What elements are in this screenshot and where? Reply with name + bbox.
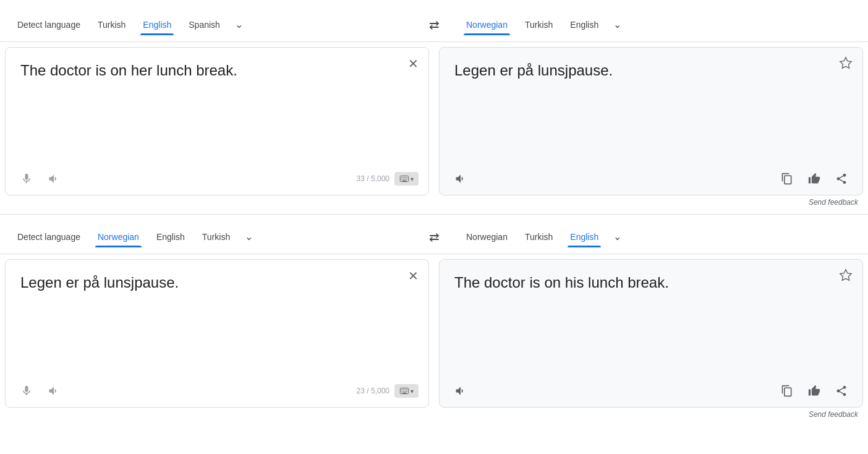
source-lang-bar-2: Detect language Norwegian English Turkis… bbox=[0, 220, 419, 254]
target-lang-more-btn-1[interactable]: ⌄ bbox=[608, 14, 626, 35]
output-volume-btn-2[interactable] bbox=[449, 380, 472, 402]
svg-rect-7 bbox=[405, 179, 406, 179]
close-icon-2: ✕ bbox=[408, 269, 419, 283]
detect-language-btn-2[interactable]: Detect language bbox=[10, 227, 88, 247]
star-btn-2[interactable] bbox=[839, 268, 853, 285]
thumbsup-btn-2[interactable] bbox=[803, 380, 825, 402]
turkish-source-btn-2[interactable]: Turkish bbox=[195, 227, 237, 247]
char-count-2: 23 / 5,000 bbox=[357, 387, 389, 395]
source-lang-more-btn-1[interactable]: ⌄ bbox=[230, 14, 248, 35]
chevron-down-icon-right-2: ⌄ bbox=[613, 231, 621, 242]
input-text-2: Legen er på lunsjpause. bbox=[20, 272, 414, 365]
turkish-target-btn-1[interactable]: Turkish bbox=[517, 15, 560, 35]
svg-rect-16 bbox=[401, 391, 402, 392]
keyboard-icon-1 bbox=[399, 174, 409, 183]
svg-rect-5 bbox=[401, 179, 402, 179]
svg-rect-9 bbox=[402, 181, 407, 181]
mic-btn-2[interactable] bbox=[15, 380, 38, 402]
volume-btn-1[interactable] bbox=[43, 168, 65, 190]
english-target-btn-1[interactable]: English bbox=[563, 15, 606, 35]
svg-rect-1 bbox=[401, 177, 402, 178]
share-icon-2 bbox=[835, 385, 848, 397]
chevron-down-icon-source-2: ⌄ bbox=[245, 231, 253, 242]
svg-rect-19 bbox=[406, 391, 407, 392]
svg-rect-4 bbox=[406, 177, 407, 178]
svg-rect-6 bbox=[403, 179, 404, 179]
target-lang-bar-1: Norwegian Turkish English ⌄ bbox=[449, 7, 868, 42]
norwegian-target-btn-1[interactable]: Norwegian bbox=[459, 15, 515, 35]
feedback-btn-1[interactable]: Send feedback bbox=[809, 198, 858, 207]
clear-btn-2[interactable]: ✕ bbox=[408, 268, 419, 283]
output-bottom-bar-1 bbox=[440, 163, 862, 195]
clear-btn-1[interactable]: ✕ bbox=[408, 56, 419, 71]
svg-rect-3 bbox=[405, 177, 406, 178]
keyboard-btn-2[interactable]: ▾ bbox=[394, 384, 419, 398]
target-lang-more-btn-2[interactable]: ⌄ bbox=[608, 226, 626, 247]
english-source-btn-2[interactable]: English bbox=[149, 227, 192, 247]
input-text-1: The doctor is on her lunch break. bbox=[20, 60, 414, 153]
svg-marker-21 bbox=[840, 270, 851, 280]
share-btn-2[interactable] bbox=[830, 380, 853, 402]
output-volume-btn-1[interactable] bbox=[449, 168, 472, 190]
swap-btn-1[interactable]: ⇄ bbox=[419, 7, 449, 42]
feedback-row-1: Send feedback bbox=[0, 195, 868, 209]
spanish-btn-1[interactable]: Spanish bbox=[181, 15, 228, 35]
volume-icon-1 bbox=[48, 173, 60, 185]
input-bottom-bar-2: 23 / 5,000 ▾ bbox=[6, 375, 428, 407]
thumbsup-icon-1 bbox=[808, 173, 820, 185]
volume-icon-2 bbox=[48, 385, 60, 397]
output-panel-1: Legen er på lunsjpause. bbox=[439, 47, 863, 195]
output-text-1: Legen er på lunsjpause. bbox=[454, 60, 848, 153]
copy-btn-1[interactable] bbox=[776, 168, 798, 190]
svg-rect-12 bbox=[401, 389, 402, 390]
source-lang-more-btn-2[interactable]: ⌄ bbox=[240, 226, 258, 247]
output-text-2: The doctor is on his lunch break. bbox=[454, 272, 848, 365]
input-bottom-bar-1: 33 / 5,000 ▾ bbox=[6, 163, 428, 195]
star-icon-2 bbox=[839, 268, 853, 282]
norwegian-target-btn-2[interactable]: Norwegian bbox=[459, 227, 515, 247]
svg-rect-18 bbox=[405, 391, 406, 392]
svg-marker-10 bbox=[840, 58, 851, 68]
swap-btn-2[interactable]: ⇄ bbox=[419, 220, 449, 254]
english-source-btn-1[interactable]: English bbox=[135, 15, 179, 35]
keyboard-chevron-icon-1: ▾ bbox=[411, 176, 414, 182]
norwegian-source-btn-2[interactable]: Norwegian bbox=[90, 227, 147, 247]
output-panel-2: The doctor is on his lunch break. bbox=[439, 259, 863, 408]
input-panel-1: The doctor is on her lunch break. ✕ 33 /… bbox=[5, 47, 429, 195]
close-icon-1: ✕ bbox=[408, 57, 419, 71]
turkish-btn-1[interactable]: Turkish bbox=[90, 15, 133, 35]
output-volume-icon-1 bbox=[454, 173, 467, 185]
chevron-down-icon: ⌄ bbox=[235, 19, 243, 30]
feedback-btn-2[interactable]: Send feedback bbox=[809, 410, 858, 419]
swap-icon-2: ⇄ bbox=[429, 229, 440, 244]
keyboard-chevron-icon-2: ▾ bbox=[411, 388, 414, 395]
source-lang-bar-1: Detect language Turkish English Spanish … bbox=[0, 7, 419, 42]
svg-rect-2 bbox=[403, 177, 404, 178]
copy-btn-2[interactable] bbox=[776, 380, 798, 402]
star-icon-1 bbox=[839, 56, 853, 70]
mic-btn-1[interactable] bbox=[15, 168, 38, 190]
english-target-btn-2[interactable]: English bbox=[563, 227, 606, 247]
volume-btn-2[interactable] bbox=[43, 380, 65, 402]
mic-icon-2 bbox=[20, 385, 33, 397]
thumbsup-icon-2 bbox=[808, 385, 820, 397]
share-btn-1[interactable] bbox=[830, 168, 853, 190]
turkish-target-btn-2[interactable]: Turkish bbox=[517, 227, 560, 247]
input-panel-2: Legen er på lunsjpause. ✕ 23 / 5,000 ▾ bbox=[5, 259, 429, 408]
output-volume-icon-2 bbox=[454, 385, 467, 397]
copy-icon-1 bbox=[781, 173, 793, 185]
chevron-down-icon-right-1: ⌄ bbox=[613, 19, 621, 30]
star-btn-1[interactable] bbox=[839, 56, 853, 73]
feedback-row-2: Send feedback bbox=[0, 408, 868, 421]
svg-rect-13 bbox=[403, 389, 404, 390]
share-icon-1 bbox=[835, 173, 848, 185]
keyboard-icon-2 bbox=[399, 387, 409, 395]
keyboard-btn-1[interactable]: ▾ bbox=[394, 172, 419, 186]
mic-icon-1 bbox=[20, 173, 33, 185]
thumbsup-btn-1[interactable] bbox=[803, 168, 825, 190]
detect-language-btn-1[interactable]: Detect language bbox=[10, 15, 88, 35]
svg-rect-17 bbox=[403, 391, 404, 392]
svg-rect-8 bbox=[406, 179, 407, 179]
section-divider bbox=[0, 214, 868, 215]
svg-rect-14 bbox=[405, 389, 406, 390]
